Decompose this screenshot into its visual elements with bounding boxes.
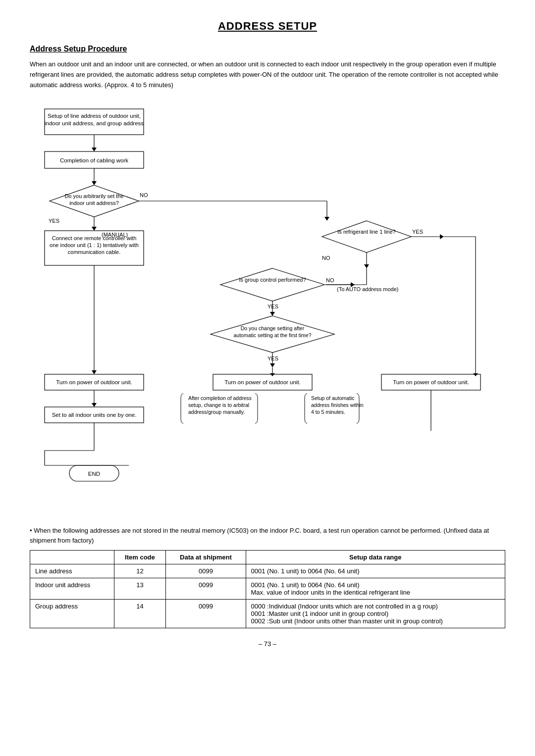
table-cell-range: 0001 (No. 1 unit) to 0064 (No. 64 unit) xyxy=(246,564,505,578)
svg-text:Completion of cabling work: Completion of cabling work xyxy=(60,157,128,163)
svg-text:END: END xyxy=(88,471,100,477)
table-note: • When the following addresses are not s… xyxy=(30,526,505,545)
table-header-item-code: Item code xyxy=(114,551,166,564)
svg-text:address finishes within: address finishes within xyxy=(311,402,364,408)
svg-text:Turn on power of outdoor unit.: Turn on power of outdoor unit. xyxy=(393,379,469,385)
table-cell-name: Indoor unit address xyxy=(30,578,114,600)
svg-marker-27 xyxy=(364,264,369,268)
svg-text:Turn on power of outdoor unit.: Turn on power of outdoor unit. xyxy=(56,379,132,385)
svg-text:Do you change setting after: Do you change setting after xyxy=(241,325,305,331)
table-cell-shipment: 0099 xyxy=(166,564,246,578)
table-header-setup-range: Setup data range xyxy=(246,551,505,564)
svg-text:indoor unit address, and group: indoor unit address, and group address xyxy=(45,120,144,126)
svg-text:YES: YES xyxy=(268,355,278,361)
page-number: – 73 – xyxy=(30,640,505,648)
table-cell-code: 14 xyxy=(114,600,166,628)
svg-text:one indoor unit (1 : 1) tentat: one indoor unit (1 : 1) tentatively with xyxy=(50,242,139,248)
flowchart: Setup of line address of outdoor unit, i… xyxy=(30,104,505,510)
section-title: Address Setup Procedure xyxy=(30,45,505,53)
svg-text:Is refrigerant line 1 line?: Is refrigerant line 1 line? xyxy=(337,229,395,235)
svg-marker-15 xyxy=(92,227,97,231)
table-header-data-shipment: Data at shipment xyxy=(166,551,246,564)
svg-marker-36 xyxy=(270,312,275,316)
table-cell-shipment: 0099 xyxy=(166,578,246,600)
svg-marker-8 xyxy=(92,181,97,185)
svg-text:Setup of line address of outdo: Setup of line address of outdoor unit, xyxy=(48,113,141,119)
setup-data-table: Item code Data at shipment Setup data ra… xyxy=(30,550,505,628)
svg-text:NO: NO xyxy=(322,255,330,261)
svg-text:indoor unit address?: indoor unit address? xyxy=(69,200,119,206)
svg-text:NO: NO xyxy=(326,277,334,283)
table-cell-range: 0001 (No. 1 unit) to 0064 (No. 64 unit) … xyxy=(246,578,505,600)
svg-marker-25 xyxy=(440,234,444,239)
intro-paragraph: When an outdoor unit and an indoor unit … xyxy=(30,59,505,90)
svg-marker-42 xyxy=(270,363,275,367)
svg-text:automatic setting at the first: automatic setting at the first time? xyxy=(234,332,312,338)
svg-text:Is group control performed?: Is group control performed? xyxy=(239,277,306,283)
table-cell-shipment: 0099 xyxy=(166,600,246,628)
page-title: ADDRESS SETUP xyxy=(30,20,505,33)
table-row: Line address1200990001 (No. 1 unit) to 0… xyxy=(30,564,505,578)
svg-marker-19 xyxy=(324,217,329,221)
svg-text:Turn on power of outdoor unit.: Turn on power of outdoor unit. xyxy=(224,379,301,385)
table-row: Indoor unit address1300990001 (No. 1 uni… xyxy=(30,578,505,600)
svg-marker-28 xyxy=(220,268,324,301)
table-cell-code: 13 xyxy=(114,578,166,600)
svg-marker-48 xyxy=(92,370,97,374)
table-cell-range: 0000 :Individual (Indoor units which are… xyxy=(246,600,505,628)
svg-text:(To AUTO address mode): (To AUTO address mode) xyxy=(337,286,399,292)
svg-text:YES: YES xyxy=(412,229,423,235)
svg-text:address/group manually.: address/group manually. xyxy=(188,409,245,415)
svg-marker-4 xyxy=(92,148,97,151)
svg-text:Connect one remote controller : Connect one remote controller with xyxy=(52,235,137,241)
svg-text:Do you arbitrarily set the: Do you arbitrarily set the xyxy=(64,193,123,199)
svg-text:Set to all indoor units one by: Set to all indoor units one by one. xyxy=(52,412,137,418)
svg-text:NO: NO xyxy=(140,192,148,198)
svg-text:Setup of automatic: Setup of automatic xyxy=(311,395,355,401)
table-row: Group address1400990000 :Individual (Ind… xyxy=(30,600,505,628)
table-cell-code: 12 xyxy=(114,564,166,578)
svg-text:4 to 5 minutes.: 4 to 5 minutes. xyxy=(311,409,345,415)
svg-text:YES: YES xyxy=(49,218,59,224)
svg-marker-59 xyxy=(473,373,478,376)
svg-marker-56 xyxy=(270,373,275,376)
svg-text:communication cable.: communication cable. xyxy=(68,249,120,255)
table-header-name xyxy=(30,551,114,564)
svg-text:setup, change is to arbitral: setup, change is to arbitral xyxy=(188,402,249,408)
svg-marker-61 xyxy=(92,403,97,407)
table-cell-name: Line address xyxy=(30,564,114,578)
svg-text:YES: YES xyxy=(268,303,278,309)
svg-text:After completion of address: After completion of address xyxy=(188,395,252,401)
svg-marker-20 xyxy=(322,221,411,252)
table-cell-name: Group address xyxy=(30,600,114,628)
